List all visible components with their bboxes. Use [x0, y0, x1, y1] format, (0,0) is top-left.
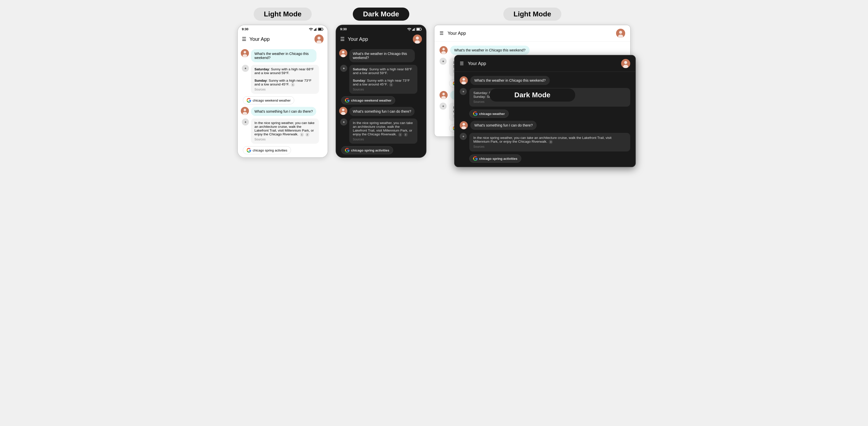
desktop-dark-ai-icon-2: ✦: [460, 133, 467, 140]
sources-label-2: Sources: [254, 138, 315, 141]
dark-chip-label-2: chicago spring activities: [351, 149, 390, 152]
svg-point-48: [463, 123, 465, 126]
desktop-stack: ☰ Your App: [434, 25, 631, 167]
dark-mobile-panel: Dark Mode 9:30: [336, 7, 427, 158]
desktop-dark-chip-2[interactable]: chicago spring activities: [469, 155, 521, 163]
app-title: Your App: [249, 36, 311, 42]
ai-icon: ✦: [242, 65, 249, 72]
dark-saturday: Saturday: [353, 67, 367, 71]
desktop-dark-user-msg-2: What's something fun I can do there?: [460, 121, 630, 130]
desktop-light-app-bar: ☰ Your App: [434, 25, 630, 42]
desktop-dark-sunday: Sunday: [473, 95, 485, 99]
desktop-dark-menu-icon[interactable]: ☰: [460, 61, 464, 66]
dark-user-avatar-2: [339, 107, 347, 115]
dark-app-title: Your App: [348, 36, 410, 42]
svg-point-28: [341, 54, 345, 57]
dark-menu-icon[interactable]: ☰: [340, 36, 345, 42]
signal-icon: [314, 28, 317, 31]
dark-badge-2b: 2: [404, 133, 408, 137]
svg-point-0: [311, 30, 311, 31]
ai-icon-2: ✦: [242, 119, 249, 126]
svg-point-31: [341, 112, 345, 115]
dark-google-icon-1: [345, 98, 349, 103]
dark-search-chip-1[interactable]: chicago weekend weather: [341, 96, 395, 104]
dark-ai-icon-2: ✦: [340, 119, 347, 126]
desktop-dark-chip-label-1: chicago weather: [479, 112, 505, 116]
dark-wifi-icon: [407, 28, 411, 31]
dark-user-bubble-2: What's something fun I can do there?: [349, 107, 414, 116]
desktop-dark-ai-row-2: ✦ In the nice spring weather, you can ta…: [460, 133, 630, 152]
svg-point-30: [342, 109, 344, 111]
desktop-app-title: Your App: [447, 31, 612, 36]
svg-point-8: [317, 37, 320, 40]
dark-ai-bubble-2: In the nice spring weather, you can take…: [349, 119, 417, 144]
dark-badge-2a: 1: [398, 133, 402, 137]
svg-rect-19: [414, 28, 414, 31]
desktop-user-bubble-1: What's the weather in Chicago this weeke…: [450, 45, 530, 55]
dark-chip-label-1: chicago weekend weather: [351, 99, 392, 102]
ai-message-2: ✦ In the nice spring weather, you can ta…: [241, 119, 324, 144]
dark-phone-frame: 9:30: [336, 25, 427, 158]
dark-user-avatar: [339, 49, 347, 57]
svg-point-45: [463, 78, 465, 81]
source-badge-1: 1: [291, 83, 295, 87]
search-chip-2[interactable]: chicago spring activities: [243, 146, 291, 154]
dark-chip-wrapper-2: chicago spring activities: [339, 146, 423, 154]
light-mobile-panel: Light Mode 9:30: [237, 7, 328, 158]
dark-ai-msg-1: ✦ Saturday: Sunny with a high near 68°F …: [339, 65, 423, 94]
source-badge-2a: 1: [300, 133, 304, 137]
desktop-ai-icon-2: ✦: [439, 103, 446, 110]
svg-rect-6: [318, 28, 321, 30]
dark-mode-label: Dark Mode: [353, 7, 409, 21]
dark-app-bar: ☰ Your App: [336, 32, 426, 46]
dark-ai-icon-1: ✦: [340, 65, 347, 72]
dark-search-chip-2[interactable]: chicago spring activities: [341, 146, 393, 154]
time: 9:30: [242, 27, 248, 31]
desktop-dark-chip-label-2: chicago spring activities: [479, 157, 518, 161]
light-mode-label: Light Mode: [254, 7, 311, 21]
dark-avatar[interactable]: [413, 35, 422, 43]
desktop-dark-sources-2: Sources: [473, 145, 626, 149]
desktop-dark-user-bubble-2: What's something fun I can do there?: [470, 121, 537, 130]
chip-wrapper-2: chicago spring activities: [241, 146, 324, 154]
dark-chip-wrapper-1: chicago weekend weather: [339, 96, 423, 104]
search-chip-1[interactable]: chicago weekend weather: [243, 96, 294, 104]
desktop-dark-a2-text: In the nice spring weather, you can take…: [473, 136, 612, 143]
avatar[interactable]: [314, 35, 323, 43]
dark-ai-msg-2: ✦ In the nice spring weather, you can ta…: [339, 119, 423, 144]
desktop-avatar[interactable]: [616, 29, 625, 38]
svg-rect-1: [314, 30, 315, 31]
status-bar: 9:30: [238, 25, 328, 32]
svg-point-40: [441, 96, 446, 99]
chip-label-1: chicago weekend weather: [253, 99, 290, 102]
sources-label-1: Sources: [254, 88, 315, 91]
dark-user-bubble-1: What's the weather in Chicago this weeke…: [349, 49, 415, 62]
dark-sources-1: Sources: [353, 88, 414, 91]
desktop-dark-avatar[interactable]: [621, 59, 630, 68]
svg-point-39: [442, 93, 445, 95]
ai-message-1: ✦ Saturday: Sunny with a high near 68°F …: [241, 65, 324, 94]
user-message-1: What's the weather in Chicago this weeke…: [241, 49, 324, 62]
desktop-dark-chip-1[interactable]: chicago weather: [469, 110, 509, 118]
desktop-dark-ai-icon-1: ✦: [460, 88, 467, 95]
desktop-dark-user-bubble-1: What's the weather in Chicago this weeke…: [470, 76, 550, 85]
svg-rect-20: [415, 28, 415, 31]
svg-point-37: [441, 51, 446, 54]
svg-point-49: [462, 126, 466, 129]
svg-point-15: [243, 112, 247, 115]
dark-ai-bubble-1: Saturday: Sunny with a high near 68°F an…: [349, 65, 417, 94]
google-icon-2: [247, 148, 251, 153]
svg-rect-2: [315, 29, 315, 31]
dark-status-bar: 9:30: [336, 25, 426, 32]
desktop-panel: Light Mode ☰ Your App: [434, 7, 631, 167]
desktop-dark-saturday: Saturday: [473, 91, 487, 95]
desktop-menu-icon[interactable]: ☰: [439, 31, 443, 36]
desktop-user-avatar-2: [439, 91, 447, 99]
svg-point-46: [462, 81, 466, 85]
user-avatar-2: [241, 107, 249, 115]
menu-icon[interactable]: ☰: [242, 36, 246, 42]
desktop-dark-user-avatar: [460, 76, 468, 85]
desktop-user-avatar: [439, 46, 447, 54]
google-icon-1: [247, 98, 251, 103]
desktop-dark-ai-bubble-2: In the nice spring weather, you can take…: [469, 133, 630, 152]
